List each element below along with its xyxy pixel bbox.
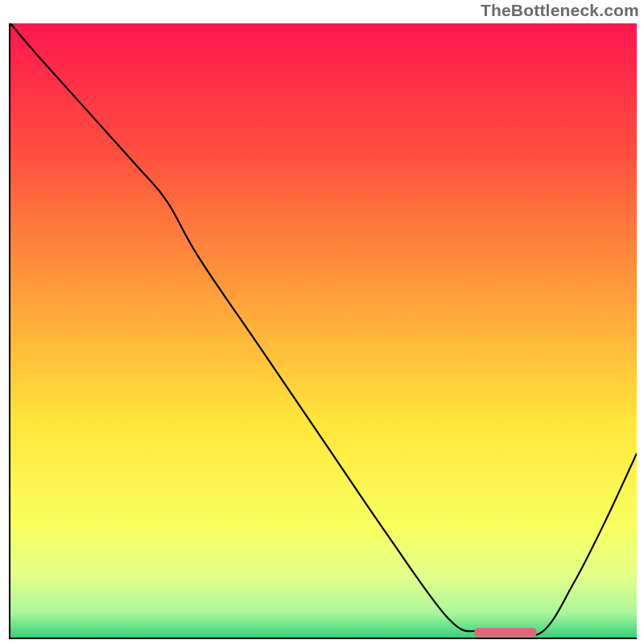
chart-area — [9, 23, 637, 639]
watermark-text: TheBottleneck.com — [481, 1, 639, 20]
minimum-marker — [474, 628, 537, 637]
curve-line — [10, 23, 637, 638]
